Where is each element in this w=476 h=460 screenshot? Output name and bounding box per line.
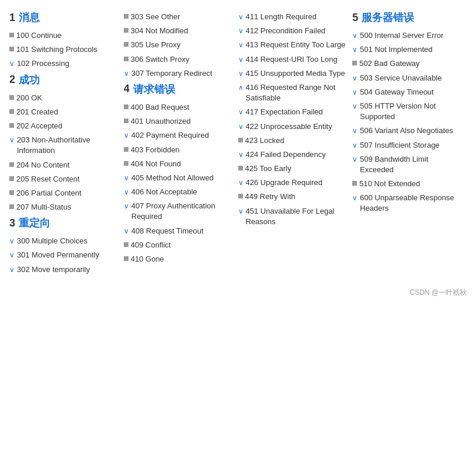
chevron-down-icon: ∨: [9, 265, 15, 275]
square-icon: [9, 162, 14, 167]
item-label: 304 Not Modified: [131, 26, 188, 36]
list-item[interactable]: 423 Locked: [238, 135, 348, 146]
section-number: 4: [124, 83, 130, 95]
list-item[interactable]: ∨302 Move temporarily: [9, 264, 119, 275]
section-title: 请求错误: [133, 82, 175, 96]
section-title: 消息: [19, 11, 40, 25]
item-label: 306 Switch Proxy: [131, 54, 189, 65]
list-item[interactable]: ∨415 Unsupported Media Type: [238, 68, 348, 79]
chevron-down-icon: ∨: [352, 74, 357, 83]
list-item[interactable]: ∨504 Gateway Timeout: [352, 87, 462, 97]
list-item[interactable]: ∨413 Request Entity Too Large: [238, 40, 348, 50]
list-item[interactable]: 204 No Content: [9, 160, 119, 170]
item-label: 510 Not Extended: [359, 179, 420, 189]
list-item[interactable]: 410 Gone: [124, 254, 234, 264]
chevron-down-icon: ∨: [352, 126, 357, 136]
item-label: 206 Partial Content: [16, 188, 81, 198]
list-item[interactable]: 510 Not Extended: [352, 179, 462, 189]
list-item[interactable]: 404 Not Found: [124, 159, 234, 169]
item-label: 307 Temporary Redirect: [131, 68, 213, 79]
item-label: 416 Requested Range Not Satisfiable: [246, 82, 348, 103]
square-icon: [9, 47, 14, 51]
list-item[interactable]: 304 Not Modified: [124, 26, 234, 36]
list-item[interactable]: ∨424 Failed Dependency: [238, 149, 348, 160]
list-item[interactable]: 305 Use Proxy: [124, 40, 234, 50]
section-number: 2: [9, 74, 15, 86]
list-item[interactable]: ∨501 Not Implemented: [352, 44, 462, 55]
list-item[interactable]: ∨509 Bandwidth Limit Exceeded: [352, 154, 462, 175]
list-item[interactable]: 201 Created: [9, 107, 119, 117]
item-label: 409 Conflict: [131, 240, 171, 250]
chevron-down-icon: ∨: [238, 12, 244, 22]
list-item[interactable]: 207 Multi-Status: [9, 202, 119, 212]
square-icon: [238, 194, 243, 198]
item-label: 406 Not Acceptable: [131, 187, 197, 197]
item-label: 207 Multi-Status: [16, 202, 71, 212]
item-label: 405 Method Not Allowed: [131, 173, 214, 183]
list-item[interactable]: ∨406 Not Acceptable: [124, 187, 234, 197]
list-item[interactable]: ∨301 Moved Permanently: [9, 250, 119, 260]
chevron-down-icon: ∨: [9, 135, 15, 145]
list-item[interactable]: ∨600 Unparseable Response Headers: [352, 193, 462, 214]
list-item[interactable]: ∨300 Multiple Choices: [9, 236, 119, 246]
item-label: 449 Retry With: [245, 191, 296, 202]
list-item[interactable]: ∨505 HTTP Version Not Supported: [352, 101, 462, 122]
list-item[interactable]: ∨417 Expectation Failed: [238, 107, 348, 117]
list-item[interactable]: 206 Partial Content: [9, 188, 119, 198]
list-item[interactable]: 303 See Other: [124, 12, 234, 22]
item-label: 203 Non-Authoritative Information: [17, 135, 119, 156]
square-icon: [124, 256, 128, 261]
list-item[interactable]: 306 Switch Proxy: [124, 54, 234, 65]
list-item[interactable]: 205 Reset Content: [9, 174, 119, 184]
list-item[interactable]: ∨411 Length Required: [238, 12, 348, 22]
list-item[interactable]: ∨507 Insufficient Storage: [352, 140, 462, 151]
list-item[interactable]: ∨451 Unavailable For Legal Reasons: [238, 206, 348, 227]
square-icon: [352, 181, 357, 186]
list-item[interactable]: 101 Switching Protocols: [9, 44, 119, 55]
square-icon: [124, 147, 128, 152]
list-item[interactable]: ∨203 Non-Authoritative Information: [9, 135, 119, 156]
item-label: 410 Gone: [131, 254, 164, 264]
list-item[interactable]: ∨307 Temporary Redirect: [124, 68, 234, 79]
list-item[interactable]: 401 Unauthorized: [124, 116, 234, 127]
list-item[interactable]: 409 Conflict: [124, 240, 234, 250]
item-label: 301 Moved Permanently: [17, 250, 99, 260]
list-item[interactable]: ∨414 Request-URI Too Long: [238, 54, 348, 65]
chevron-down-icon: ∨: [352, 102, 357, 111]
list-item[interactable]: ∨402 Payment Required: [124, 130, 234, 141]
list-item[interactable]: ∨102 Processing: [9, 58, 119, 69]
list-item[interactable]: ∨506 Variant Also Negotiates: [352, 126, 462, 136]
list-item[interactable]: ∨500 Internal Server Error: [352, 30, 462, 41]
list-item[interactable]: 425 Too Early: [238, 163, 348, 174]
list-item[interactable]: ∨422 Unprocessable Entity: [238, 121, 348, 132]
column-1: 1消息100 Continue101 Switching Protocols∨1…: [9, 7, 124, 278]
item-label: 426 Upgrade Required: [246, 177, 323, 188]
item-label: 100 Continue: [16, 30, 61, 41]
list-item[interactable]: ∨408 Request Timeout: [124, 226, 234, 236]
list-item[interactable]: ∨426 Upgrade Required: [238, 177, 348, 188]
item-label: 506 Variant Also Negotiates: [360, 126, 453, 136]
list-item[interactable]: 403 Forbidden: [124, 145, 234, 155]
list-item[interactable]: ∧416 Requested Range Not Satisfiable: [238, 82, 348, 103]
square-icon: [9, 33, 14, 37]
list-item[interactable]: ∨407 Proxy Authentication Required: [124, 201, 234, 222]
item-label: 202 Accepted: [16, 121, 62, 131]
item-label: 503 Service Unavailable: [360, 73, 442, 83]
list-item[interactable]: 400 Bad Request: [124, 102, 234, 113]
square-icon: [9, 176, 14, 181]
item-label: 407 Proxy Authentication Required: [131, 201, 234, 222]
list-item[interactable]: 449 Retry With: [238, 191, 348, 202]
list-item[interactable]: ∨405 Method Not Allowed: [124, 173, 234, 183]
item-label: 303 See Other: [131, 12, 180, 22]
chevron-down-icon: ∨: [238, 178, 244, 188]
section-number: 5: [352, 12, 358, 24]
list-item[interactable]: 200 OK: [9, 93, 119, 103]
list-item[interactable]: 202 Accepted: [9, 121, 119, 131]
item-label: 502 Bad Gateway: [359, 58, 419, 69]
list-item[interactable]: 100 Continue: [9, 30, 119, 41]
list-item[interactable]: ∨503 Service Unavailable: [352, 73, 462, 83]
list-item[interactable]: 502 Bad Gateway: [352, 58, 462, 69]
chevron-down-icon: ∨: [352, 31, 357, 41]
chevron-down-icon: ∨: [238, 122, 244, 132]
list-item[interactable]: ∨412 Precondition Failed: [238, 26, 348, 36]
